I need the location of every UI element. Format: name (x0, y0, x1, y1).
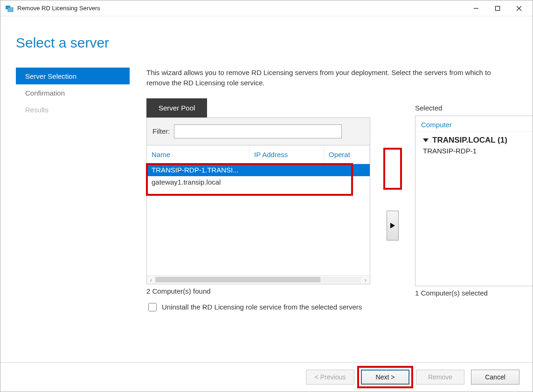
list-item[interactable]: TRANSIP-RDP-1 (415, 145, 533, 155)
column-name[interactable]: Name (147, 145, 249, 164)
previous-button: < Previous (306, 370, 354, 385)
svg-rect-1 (8, 7, 13, 12)
wizard-steps: Server Selection Confirmation Results (16, 68, 130, 313)
column-operating-system[interactable]: Operat (324, 145, 370, 164)
window-controls (465, 1, 530, 15)
page-title: Select a server (16, 35, 533, 51)
svg-rect-3 (496, 6, 500, 10)
selected-section-label: Selected (415, 98, 533, 116)
tree-group[interactable]: TRANSIP.LOCAL (1) (415, 132, 533, 145)
uninstall-checkbox-row[interactable]: Uninstall the RD Licensing role service … (146, 297, 533, 313)
server-pool-grid: Name IP Address Operat TRANSIP-RDP-1.TRA… (146, 145, 370, 284)
table-row[interactable]: TRANSIP-RDP-1.TRANSI... (147, 164, 370, 176)
step-results: Results (16, 101, 130, 118)
selected-list: Computer TRANSIP.LOCAL (1) TRANSIP-RDP-1 (415, 116, 533, 286)
computers-found-text: 2 Computer(s) found (146, 284, 370, 295)
wizard-footer: < Previous Next > Remove Cancel (0, 362, 533, 392)
svg-marker-6 (390, 223, 395, 228)
horizontal-scrollbar[interactable]: ‹ › (147, 275, 370, 284)
scroll-right-icon[interactable]: › (361, 276, 370, 283)
step-confirmation[interactable]: Confirmation (16, 84, 130, 101)
step-server-selection[interactable]: Server Selection (16, 68, 130, 84)
cancel-button[interactable]: Cancel (471, 370, 519, 385)
uninstall-checkbox[interactable] (148, 303, 157, 311)
tab-server-pool[interactable]: Server Pool (146, 98, 207, 117)
minimize-button[interactable] (465, 1, 487, 15)
maximize-button[interactable] (487, 1, 508, 15)
next-button[interactable]: Next > (361, 370, 409, 385)
table-row[interactable]: gateway1.transip.local (147, 176, 370, 188)
filter-label: Filter: (152, 127, 170, 135)
column-ip-address[interactable]: IP Address (249, 145, 324, 164)
window-title: Remove RD Licensing Servers (17, 5, 100, 12)
highlight-annotation (383, 148, 402, 190)
remove-button: Remove (416, 370, 464, 385)
grid-header: Name IP Address Operat (147, 145, 370, 164)
app-icon (5, 4, 14, 13)
uninstall-checkbox-label: Uninstall the RD Licensing role service … (162, 303, 362, 311)
filter-input[interactable] (174, 124, 342, 138)
filter-bar: Filter: (146, 117, 370, 145)
computers-selected-text: 1 Computer(s) selected (415, 286, 533, 297)
page-header: Select a server (0, 16, 533, 51)
titlebar: Remove RD Licensing Servers (0, 0, 533, 16)
add-arrow-button[interactable] (387, 211, 399, 241)
selected-column-computer[interactable]: Computer (415, 118, 533, 132)
chevron-down-icon (423, 138, 429, 142)
intro-text: This wizard allows you to remove RD Lice… (146, 68, 510, 88)
scroll-left-icon[interactable]: ‹ (147, 276, 155, 283)
close-button[interactable] (508, 1, 530, 15)
